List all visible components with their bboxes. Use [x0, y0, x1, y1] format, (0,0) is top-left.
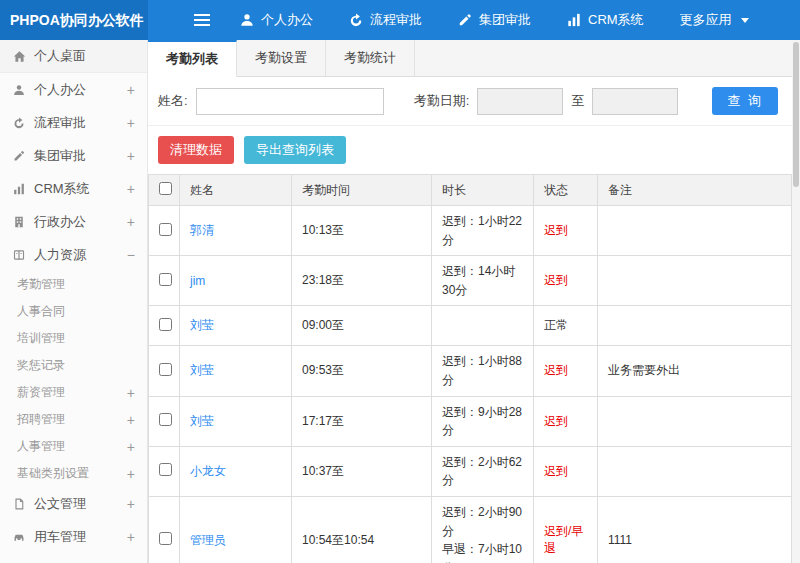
sidebar-subitem-salary-mgmt[interactable]: 薪资管理 + [0, 379, 147, 406]
date-to-label: 至 [571, 92, 584, 110]
status-badge: 迟到 [544, 414, 568, 428]
select-all-checkbox[interactable] [159, 182, 172, 195]
expand-toggle[interactable]: + [127, 497, 135, 511]
date-start-input[interactable] [477, 88, 563, 115]
tab-bar: 考勤列表 考勤设置 考勤统计 [148, 40, 800, 77]
expand-toggle[interactable]: + [127, 467, 135, 481]
export-list-button[interactable]: 导出查询列表 [244, 136, 346, 164]
name-filter-input[interactable] [196, 88, 384, 115]
sidebar-item-workflow-approval[interactable]: 流程审批 + [0, 106, 147, 139]
sidebar-item-group-approval[interactable]: 集团审批 + [0, 139, 147, 172]
expand-toggle[interactable]: + [127, 215, 135, 229]
row-select-checkbox[interactable] [159, 363, 172, 376]
tab-attendance-settings[interactable]: 考勤设置 [237, 40, 326, 76]
sidebar-subitem-attendance-mgmt[interactable]: 考勤管理 [0, 271, 147, 298]
bar-chart-icon [12, 182, 26, 196]
expand-toggle[interactable]: + [127, 83, 135, 97]
sidebar-item-label: 个人桌面 [34, 47, 86, 65]
nav-more-apps[interactable]: 更多应用 [680, 11, 749, 29]
sidebar-item-document-mgmt[interactable]: 公文管理 + [0, 487, 147, 520]
date-end-input[interactable] [592, 88, 678, 115]
status-cell: 迟到 [534, 396, 598, 446]
col-header-note: 备注 [598, 175, 792, 206]
scrollbar-thumb[interactable] [793, 42, 799, 187]
sidebar-subitem-label: 考勤管理 [17, 276, 65, 293]
employee-name-link[interactable]: 小龙女 [190, 464, 226, 478]
name-cell: 刘莹 [180, 306, 292, 346]
employee-name-link[interactable]: 管理员 [190, 533, 226, 547]
note-cell [598, 256, 792, 306]
sidebar-subitem-label: 薪资管理 [17, 384, 65, 401]
attendance-time-cell: 10:54至10:54 [292, 496, 432, 563]
search-button[interactable]: 查 询 [712, 87, 778, 115]
clear-data-button[interactable]: 清理数据 [158, 136, 234, 164]
row-select-checkbox[interactable] [159, 413, 172, 426]
sidebar-subitem-personnel-contract[interactable]: 人事合同 [0, 298, 147, 325]
row-select-checkbox[interactable] [159, 223, 172, 236]
name-cell: 小龙女 [180, 446, 292, 496]
col-header-time: 考勤时间 [292, 175, 432, 206]
row-select-checkbox[interactable] [159, 318, 172, 331]
employee-name-link[interactable]: jim [190, 274, 205, 288]
nav-crm-system[interactable]: CRM系统 [567, 11, 644, 29]
nav-personal-office[interactable]: 个人办公 [240, 11, 313, 29]
sidebar-subitem-recruitment-mgmt[interactable]: 招聘管理 + [0, 406, 147, 433]
sidebar-item-hr[interactable]: 人力资源 − [0, 238, 147, 271]
attendance-time-cell: 10:13至 [292, 206, 432, 256]
row-select-checkbox[interactable] [159, 463, 172, 476]
sidebar-subitem-personnel-mgmt[interactable]: 人事管理 + [0, 433, 147, 460]
menu-toggle-icon[interactable] [194, 13, 210, 27]
collapse-toggle[interactable]: − [127, 248, 135, 262]
row-select-checkbox[interactable] [159, 273, 172, 286]
sidebar-subitem-reward-punishment[interactable]: 奖惩记录 [0, 352, 147, 379]
attendance-time-cell: 17:17至 [292, 396, 432, 446]
col-header-status: 状态 [534, 175, 598, 206]
sidebar-subitem-training-mgmt[interactable]: 培训管理 [0, 325, 147, 352]
table-row: 管理员 10:54至10:54 迟到：2小时90分 早退：7小时10分 迟到/早… [149, 496, 792, 563]
table-row: 郭清 10:13至 迟到：1小时22分 迟到 [149, 206, 792, 256]
expand-toggle[interactable]: + [127, 530, 135, 544]
vertical-scrollbar[interactable] [792, 40, 800, 563]
row-select-checkbox[interactable] [159, 532, 172, 545]
note-cell [598, 206, 792, 256]
tab-attendance-stats[interactable]: 考勤统计 [326, 40, 415, 76]
sidebar: 个人桌面 个人办公 + 流程审批 + 集团审批 + CRM系统 + 行政办公 + [0, 40, 148, 563]
nav-workflow-approval[interactable]: 流程审批 [349, 11, 422, 29]
status-badge: 迟到/早退 [544, 524, 583, 555]
name-cell: jim [180, 256, 292, 306]
employee-name-link[interactable]: 刘莹 [190, 414, 214, 428]
nav-group-approval[interactable]: 集团审批 [458, 11, 531, 29]
document-icon [12, 497, 26, 511]
sidebar-item-personal-office[interactable]: 个人办公 + [0, 73, 147, 106]
table-header-row: 姓名 考勤时间 时长 状态 备注 [149, 175, 792, 206]
expand-toggle[interactable]: + [127, 413, 135, 427]
name-cell: 管理员 [180, 496, 292, 563]
expand-toggle[interactable]: + [127, 386, 135, 400]
duration-cell: 迟到：2小时90分 早退：7小时10分 [432, 496, 534, 563]
sidebar-item-label: 个人办公 [34, 81, 86, 99]
duration-cell: 迟到：14小时30分 [432, 256, 534, 306]
col-header-name: 姓名 [180, 175, 292, 206]
edit-icon [12, 149, 26, 163]
sidebar-item-admin-office[interactable]: 行政办公 + [0, 205, 147, 238]
sidebar-item-personal-desktop[interactable]: 个人桌面 [0, 40, 147, 73]
employee-name-link[interactable]: 刘莹 [190, 363, 214, 377]
expand-toggle[interactable]: + [127, 116, 135, 130]
sidebar-subitem-basic-category-settings[interactable]: 基础类别设置 + [0, 460, 147, 487]
employee-name-link[interactable]: 刘莹 [190, 318, 214, 332]
action-bar: 清理数据 导出查询列表 [148, 126, 800, 174]
expand-toggle[interactable]: + [127, 149, 135, 163]
sidebar-item-vehicle-mgmt[interactable]: 用车管理 + [0, 520, 147, 553]
expand-toggle[interactable]: + [127, 440, 135, 454]
name-cell: 郭清 [180, 206, 292, 256]
sidebar-item-crm[interactable]: CRM系统 + [0, 172, 147, 205]
tab-attendance-list[interactable]: 考勤列表 [148, 40, 237, 77]
main-content: 考勤列表 考勤设置 考勤统计 姓名: 考勤日期: 至 查 询 清理数据 导出查询… [148, 40, 800, 563]
employee-name-link[interactable]: 郭清 [190, 223, 214, 237]
book-icon [12, 248, 26, 262]
note-cell [598, 306, 792, 346]
expand-toggle[interactable]: + [127, 182, 135, 196]
nav-label: CRM系统 [588, 11, 644, 29]
flow-icon [349, 13, 363, 27]
sidebar-subitem-label: 基础类别设置 [17, 465, 89, 482]
